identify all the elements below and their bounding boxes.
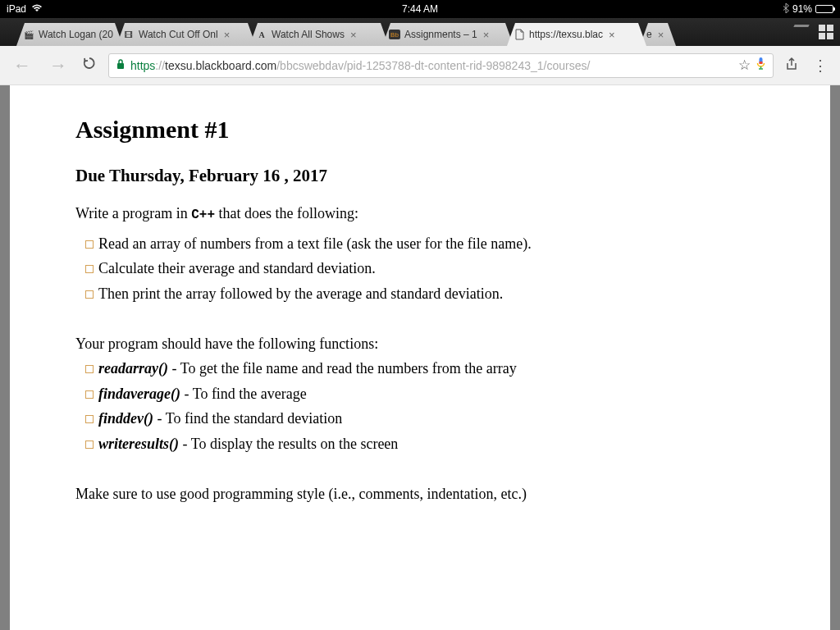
mic-icon[interactable]	[756, 57, 766, 74]
requirement-item: Calculate their average and standard dev…	[75, 256, 765, 281]
svg-rect-2	[760, 62, 763, 64]
device-label: iPad	[7, 3, 26, 15]
close-icon[interactable]: ×	[349, 29, 358, 41]
close-icon[interactable]: ×	[222, 29, 232, 41]
movie-icon: 🎬	[23, 29, 34, 40]
page-title: Assignment #1	[75, 108, 765, 150]
page-viewport: Assignment #1 Due Thursday, February 16 …	[0, 85, 840, 630]
tab-strip: 🎬 Watch Logan (20 🎞 Watch Cut Off Onl × …	[0, 18, 840, 46]
document-content: Assignment #1 Due Thursday, February 16 …	[10, 85, 830, 630]
intro-text: Write a program in C++ that does the fol…	[75, 201, 765, 226]
requirement-item: Then print the array followed by the ave…	[75, 281, 765, 307]
checkbox-icon	[85, 240, 94, 249]
checkbox-icon	[85, 390, 94, 399]
tab-watch-all[interactable]: A Watch All Shows ×	[249, 23, 389, 46]
browser-toolbar: ← → https://texsu.blackboard.com/bbcsweb…	[0, 46, 840, 85]
lock-icon	[116, 58, 126, 72]
film-icon: 🎞	[123, 29, 135, 40]
address-bar[interactable]: https://texsu.blackboard.com/bbcswebdav/…	[108, 53, 774, 78]
tab-watch-logan[interactable]: 🎬 Watch Logan (20	[16, 23, 123, 46]
svg-rect-0	[117, 63, 124, 69]
close-icon[interactable]: ×	[482, 29, 491, 41]
function-item: writeresults() - To display the results …	[75, 431, 765, 457]
url-text: https://texsu.blackboard.com/bbcswebdav/…	[130, 59, 733, 72]
bookmark-star-icon[interactable]: ☆	[738, 57, 751, 74]
clock: 7:44 AM	[402, 3, 438, 15]
tab-texsu-active[interactable]: https://texsu.blac ×	[507, 23, 646, 46]
bluetooth-icon	[783, 3, 789, 16]
tab-assignments[interactable]: Bb Assignments – 1 ×	[382, 23, 514, 46]
functions-intro: Your program should have the following f…	[75, 331, 765, 357]
menu-button[interactable]: ⋮	[810, 57, 830, 75]
close-icon[interactable]: ×	[607, 29, 617, 41]
battery-percent: 91%	[792, 3, 812, 15]
back-button[interactable]: ←	[10, 52, 34, 80]
tab-watch-cutoff[interactable]: 🎞 Watch Cut Off Onl ×	[116, 23, 256, 46]
file-icon	[514, 29, 525, 40]
function-item: findaverage() - To find the average	[75, 381, 765, 407]
forward-button[interactable]: →	[46, 52, 71, 80]
letter-a-icon: A	[256, 29, 267, 40]
closing-note: Make sure to use good programming style …	[75, 482, 765, 507]
blackboard-icon: Bb	[389, 30, 400, 39]
share-icon[interactable]	[785, 57, 798, 75]
wifi-icon	[31, 3, 43, 15]
checkbox-icon	[85, 365, 94, 373]
requirement-item: Read an array of numbers from a text fil…	[75, 231, 765, 257]
function-item: readarray() - To get the file name and r…	[75, 356, 765, 381]
minimize-icon[interactable]	[793, 25, 809, 27]
tab-switcher-icon[interactable]	[819, 25, 833, 39]
battery-icon	[815, 5, 833, 13]
reload-button[interactable]	[82, 56, 97, 75]
checkbox-icon	[85, 290, 94, 299]
ios-status-bar: iPad 7:44 AM 91%	[0, 0, 840, 18]
checkbox-icon	[85, 415, 94, 423]
tab-extra[interactable]: e ×	[640, 23, 676, 46]
function-item: finddev() - To find the standard deviati…	[75, 406, 765, 431]
due-date: Due Thursday, February 16 , 2017	[75, 162, 765, 191]
close-icon[interactable]: ×	[656, 29, 666, 41]
checkbox-icon	[85, 265, 94, 273]
checkbox-icon	[85, 441, 94, 449]
